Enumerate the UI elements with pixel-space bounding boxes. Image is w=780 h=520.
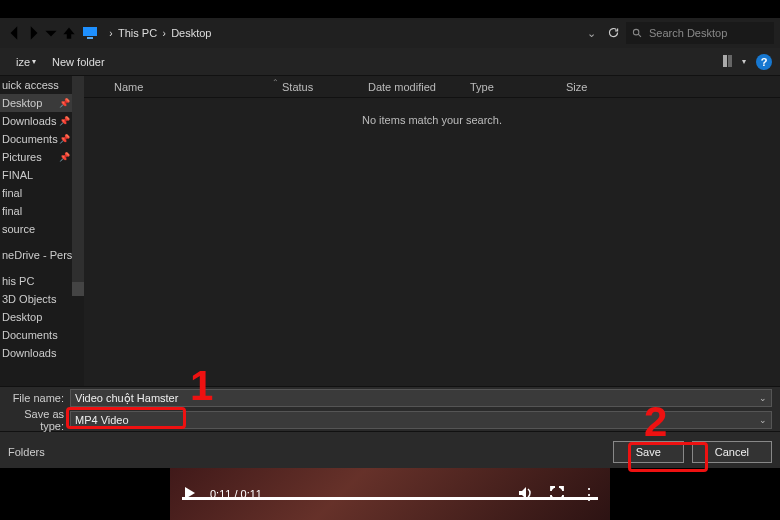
save-type-select[interactable]: MP4 Video ⌄ [70,411,772,429]
column-date[interactable]: Date modified [360,81,462,93]
pin-icon: 📌 [59,148,70,166]
chevron-down-icon: ⌄ [759,393,767,403]
pin-icon: 📌 [59,130,70,148]
breadcrumb-item[interactable]: Desktop [169,27,213,39]
pin-icon: 📌 [59,94,70,112]
video-player-strip: 0:11 / 0:11 ⋮ [0,468,780,520]
svg-line-3 [638,34,641,37]
pin-icon: 📌 [59,112,70,130]
file-fields: File name: Video chuột Hamster ⌄ Save as… [0,386,780,431]
view-mode-dropdown[interactable]: ▾ [742,57,746,66]
file-list: Name Status Date modified Type Size ⌃ No… [84,76,780,386]
nav-recent-dropdown[interactable] [42,22,60,44]
column-name[interactable]: Name [84,81,274,93]
breadcrumb[interactable]: › This PC › Desktop [106,27,582,39]
column-status[interactable]: Status [274,81,360,93]
nav-forward-button[interactable] [24,22,42,44]
save-button[interactable]: Save [613,441,684,463]
dialog-topbar: › This PC › Desktop ⌄ Search Desktop [0,18,780,48]
new-folder-button[interactable]: New folder [44,56,113,68]
refresh-button[interactable] [600,26,626,41]
column-type[interactable]: Type [462,81,558,93]
save-type-label: Save as type: [0,408,70,432]
search-input[interactable]: Search Desktop [626,22,774,44]
search-icon [632,28,643,39]
dialog-body: uick access Desktop📌 Downloads📌 Document… [0,76,780,386]
nav-up-button[interactable] [60,22,78,44]
sidebar-scrollbar[interactable] [72,76,84,296]
column-size[interactable]: Size [558,81,628,93]
chevron-right-icon: › [159,28,169,39]
nav-back-button[interactable] [6,22,24,44]
chevron-down-icon: ⌄ [759,415,767,425]
fullscreen-button[interactable] [549,485,565,503]
svg-rect-1 [87,37,93,39]
svg-rect-0 [83,27,97,36]
svg-point-2 [633,29,639,35]
sidebar-item[interactable]: Documents [0,326,84,344]
file-name-input[interactable]: Video chuột Hamster ⌄ [70,389,772,407]
volume-button[interactable] [517,485,533,503]
save-dialog: › This PC › Desktop ⌄ Search Desktop ize… [0,18,780,468]
sidebar: uick access Desktop📌 Downloads📌 Document… [0,76,84,386]
organize-menu[interactable]: ize▾ [8,56,44,68]
hide-folders-toggle[interactable]: Folders [8,446,45,458]
video-progress[interactable] [182,497,598,500]
help-button[interactable]: ? [756,54,772,70]
svg-rect-4 [723,55,727,67]
search-placeholder: Search Desktop [649,27,727,39]
file-name-value: Video chuột Hamster [75,392,178,405]
dialog-toolbar: ize▾ New folder ▾ ? [0,48,780,76]
chevron-right-icon: › [106,28,116,39]
sidebar-item[interactable]: Downloads [0,344,84,362]
sort-indicator-icon: ⌃ [272,78,279,87]
file-name-label: File name: [0,392,70,404]
dialog-footer: Folders Save Cancel [0,431,780,471]
save-type-value: MP4 Video [75,414,129,426]
svg-rect-5 [728,55,732,67]
breadcrumb-item[interactable]: This PC [116,27,159,39]
empty-message: No items match your search. [84,114,780,126]
sidebar-item[interactable]: Desktop [0,308,84,326]
more-options-button[interactable]: ⋮ [581,485,598,504]
list-header: Name Status Date modified Type Size ⌃ [84,76,780,98]
cancel-button[interactable]: Cancel [692,441,772,463]
breadcrumb-dropdown[interactable]: ⌄ [582,27,600,40]
pc-icon [82,26,98,40]
video-controls: 0:11 / 0:11 ⋮ [170,485,610,504]
view-mode-button[interactable] [722,54,740,70]
play-button[interactable] [182,485,198,503]
